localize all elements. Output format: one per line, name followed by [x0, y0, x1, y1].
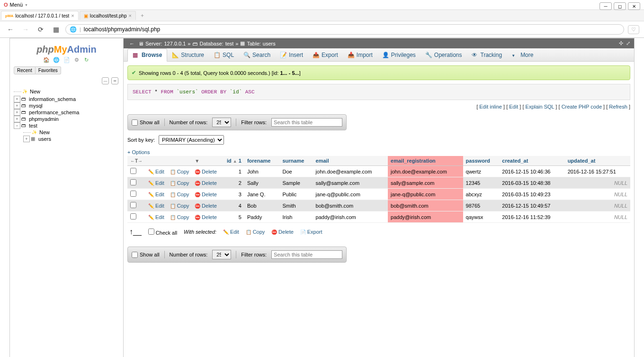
bookmark-heart-button[interactable]: ♡: [628, 25, 639, 34]
sql-action-refresh[interactable]: Refresh: [609, 104, 627, 110]
nav-reload-button[interactable]: ⟳: [35, 24, 46, 35]
breadcrumb-table[interactable]: users: [263, 41, 276, 46]
col-header-updated_at[interactable]: updated_at: [565, 156, 630, 166]
window-minimize-button[interactable]: ─: [599, 2, 612, 10]
show-all-checkbox[interactable]: Show all: [132, 119, 160, 126]
row-edit-button[interactable]: Edit: [148, 203, 164, 209]
settings-icon[interactable]: ⚙: [73, 57, 80, 64]
collapse-tree-button[interactable]: —: [102, 77, 109, 84]
check-all[interactable]: Check all: [148, 229, 177, 236]
row-checkbox[interactable]: [130, 213, 136, 220]
tab-sql[interactable]: SQL: [209, 48, 239, 61]
col-header-id[interactable]: id ▲ 1: [220, 156, 244, 166]
row-edit-button[interactable]: Edit: [148, 192, 164, 197]
url-input[interactable]: [84, 26, 620, 33]
row-delete-button[interactable]: Delete: [195, 192, 217, 197]
tab-insert[interactable]: Insert: [275, 48, 308, 61]
bulk-edit-button[interactable]: Edit: [223, 229, 239, 235]
row-copy-button[interactable]: Copy: [170, 214, 189, 220]
tree-new-db[interactable]: New: [14, 88, 119, 95]
col-header-email[interactable]: email: [313, 156, 388, 166]
row-checkbox[interactable]: [130, 191, 136, 197]
reload-icon[interactable]: ↻: [83, 57, 90, 64]
filter-input-bottom[interactable]: [271, 250, 342, 259]
row-edit-button[interactable]: Edit: [148, 214, 164, 220]
num-rows-select[interactable]: 25: [212, 118, 231, 127]
options-toggle[interactable]: + Options: [127, 149, 150, 155]
tab-more[interactable]: More: [507, 48, 538, 61]
tree-db-phpmyadmin[interactable]: +phpmyadmin: [14, 116, 119, 122]
breadcrumb-collapse-icon[interactable]: ←: [127, 41, 136, 46]
bulk-delete-button[interactable]: Delete: [271, 229, 294, 235]
tab-browse[interactable]: Browse: [127, 48, 167, 62]
tree-db-information_schema[interactable]: +information_schema: [14, 96, 119, 102]
row-copy-button[interactable]: Copy: [170, 203, 189, 209]
pma-logo[interactable]: phpMyAdmin: [14, 44, 119, 55]
tree-db-test[interactable]: −test: [14, 122, 119, 129]
page-settings-icon[interactable]: ✣: [619, 40, 623, 46]
col-header-email_registration[interactable]: email_registration: [388, 156, 463, 166]
tree-new-table[interactable]: New: [23, 129, 119, 136]
tab-import[interactable]: Import: [343, 48, 377, 61]
row-copy-button[interactable]: Copy: [170, 192, 189, 197]
row-checkbox[interactable]: [130, 179, 136, 185]
home-icon[interactable]: 🏠: [43, 57, 50, 64]
nav-forward-button[interactable]: →: [20, 24, 31, 35]
nav-back-button[interactable]: ←: [5, 24, 16, 35]
menu-chevron-down-icon[interactable]: ▼: [25, 3, 28, 7]
structure-icon: [172, 52, 179, 58]
row-copy-button[interactable]: Copy: [170, 180, 189, 186]
tab-tracking[interactable]: Tracking: [467, 48, 507, 61]
row-delete-button[interactable]: Delete: [195, 203, 217, 209]
tree-db-mysql[interactable]: +mysql: [14, 102, 119, 109]
window-maximize-button[interactable]: ◻: [614, 2, 626, 10]
tree-db-performance_schema[interactable]: +performance_schema: [14, 109, 119, 116]
sql-action-create-php-code[interactable]: Create PHP code: [562, 104, 602, 110]
sql-action-edit[interactable]: Edit: [509, 104, 518, 110]
tree-table-users[interactable]: +users: [23, 136, 119, 142]
browser-tab-inactive[interactable]: ▣ localhost/test.php ×: [80, 11, 136, 20]
row-edit-button[interactable]: Edit: [148, 169, 164, 174]
breadcrumb-db[interactable]: test: [225, 41, 234, 46]
row-checkbox[interactable]: [130, 202, 136, 208]
tab-structure[interactable]: Structure: [167, 48, 209, 61]
filter-input[interactable]: [271, 118, 342, 127]
side-tab-favorites[interactable]: Favorites: [36, 66, 61, 74]
sortkey-select[interactable]: PRIMARY (Ascending): [159, 135, 224, 145]
col-header-surname[interactable]: surname: [279, 156, 313, 166]
tab-search[interactable]: Search: [239, 48, 275, 61]
breadcrumb-server[interactable]: 127.0.0.1: [164, 41, 186, 46]
tab-privileges[interactable]: Privileges: [377, 48, 420, 61]
row-edit-button[interactable]: Edit: [148, 180, 164, 186]
logout-icon[interactable]: 🌐: [53, 57, 60, 64]
tab-operations[interactable]: Operations: [420, 48, 467, 61]
col-header-created_at[interactable]: created_at: [499, 156, 564, 166]
row-delete-button[interactable]: Delete: [195, 214, 217, 220]
row-checkbox[interactable]: [130, 168, 136, 174]
docs-icon[interactable]: 📄: [63, 57, 70, 64]
speed-dial-button[interactable]: ▦: [50, 24, 62, 35]
side-tab-recent[interactable]: Recent: [14, 66, 36, 74]
col-header-password[interactable]: password: [463, 156, 500, 166]
bulk-copy-button[interactable]: Copy: [246, 229, 265, 235]
row-delete-button[interactable]: Delete: [195, 169, 217, 174]
show-all-checkbox-bottom[interactable]: Show all: [132, 252, 160, 258]
col-dropdown-icon[interactable]: ▼: [195, 158, 199, 164]
col-header-forename[interactable]: forename: [244, 156, 280, 166]
menu-label[interactable]: Menü: [10, 2, 23, 8]
page-collapse-icon[interactable]: ⤢: [626, 40, 630, 46]
window-close-button[interactable]: ✕: [628, 2, 640, 10]
row-copy-button[interactable]: Copy: [170, 169, 189, 174]
row-delete-button[interactable]: Delete: [195, 180, 217, 186]
num-rows-select-bottom[interactable]: 25: [212, 250, 231, 259]
tab-close-icon[interactable]: ×: [129, 13, 132, 18]
col-move-left-icon[interactable]: ←T→: [130, 158, 143, 164]
tab-export[interactable]: Export: [308, 48, 343, 61]
link-tree-button[interactable]: ∞: [111, 77, 118, 84]
browser-tab-active[interactable]: pMA localhost / 127.0.0.1 / test ×: [1, 11, 79, 20]
sql-action-explain-sql[interactable]: Explain SQL: [526, 104, 555, 110]
tab-close-icon[interactable]: ×: [71, 13, 74, 18]
sql-action-edit-inline[interactable]: Edit inline: [479, 104, 502, 110]
bulk-export-button[interactable]: Export: [300, 229, 322, 235]
new-tab-button[interactable]: ＋: [137, 11, 148, 20]
